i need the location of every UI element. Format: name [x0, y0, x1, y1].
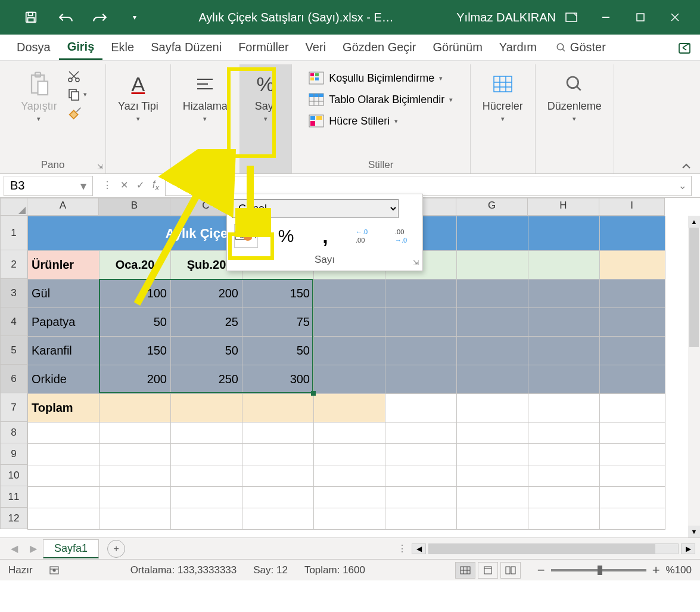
cell[interactable]: 200	[99, 365, 171, 394]
col-header-a[interactable]: A	[27, 198, 99, 216]
tab-data[interactable]: Veri	[297, 36, 334, 59]
tell-me-search[interactable]: Göster	[556, 41, 606, 54]
cell[interactable]: 50	[99, 308, 171, 337]
cell[interactable]: Karanfil	[28, 337, 99, 365]
copy-button[interactable]: ▾	[67, 87, 87, 101]
ribbon-display-button[interactable]	[563, 11, 580, 23]
cells-button[interactable]: Hücreler ▾	[477, 67, 529, 126]
cell[interactable]: 150	[242, 279, 314, 308]
tab-help[interactable]: Yardım	[491, 36, 545, 59]
scroll-up-button[interactable]: ▲	[688, 216, 700, 228]
formula-bar[interactable]: ⌄	[165, 176, 692, 196]
expand-formula-bar-button[interactable]: ⌄	[679, 180, 686, 191]
number-format-button[interactable]: % Sayı ▾	[246, 67, 285, 126]
cell[interactable]: 50	[242, 337, 314, 365]
format-as-table-button[interactable]: Tablo Olarak Biçimlendir▾	[305, 91, 456, 108]
accounting-format-button[interactable]: ▾	[234, 224, 258, 248]
col-header-g[interactable]: G	[456, 198, 528, 216]
hscroll-track[interactable]	[428, 543, 679, 554]
tab-view[interactable]: Görünüm	[424, 36, 490, 59]
row-header-1[interactable]: 1	[0, 216, 27, 250]
enter-formula-button[interactable]: ✓	[136, 179, 144, 192]
paste-button[interactable]: Yapıştır ▾	[15, 67, 63, 126]
vscroll-thumb[interactable]	[689, 228, 699, 347]
row-header-2[interactable]: 2	[0, 250, 27, 279]
page-break-view-button[interactable]	[500, 562, 521, 579]
cell[interactable]: Ürünler	[28, 251, 99, 279]
percent-format-button[interactable]: %	[275, 224, 297, 248]
row-header-6[interactable]: 6	[0, 365, 27, 393]
cell-styles-button[interactable]: Hücre Stilleri▾	[305, 112, 402, 130]
font-button[interactable]: A Yazı Tipi ▾	[112, 67, 164, 126]
hscroll-right[interactable]: ▶	[681, 543, 695, 554]
cell[interactable]	[314, 279, 385, 308]
cell[interactable]: 75	[242, 308, 314, 337]
name-box[interactable]: B3 ▾	[4, 176, 93, 196]
cell[interactable]	[314, 394, 385, 423]
horizontal-scrollbar[interactable]: ◀ ▶	[412, 543, 695, 554]
hscroll-left[interactable]: ◀	[412, 543, 426, 554]
collapse-ribbon-button[interactable]	[681, 163, 692, 170]
col-header-b[interactable]: B	[99, 198, 170, 216]
tab-formulas[interactable]: Formüller	[230, 36, 297, 59]
alignment-button[interactable]: Hizalama ▾	[177, 67, 234, 126]
zoom-handle[interactable]	[598, 566, 602, 575]
sheet-tab[interactable]: Sayfa1	[43, 539, 99, 558]
qat-customize-button[interactable]: ▾	[126, 9, 143, 26]
cell[interactable]	[314, 365, 385, 394]
increase-decimal-button[interactable]: ←.0.00	[353, 224, 376, 248]
fill-handle[interactable]	[311, 391, 316, 396]
row-header-9[interactable]: 9	[0, 443, 27, 465]
user-name[interactable]: Yılmaz DALKIRAN	[449, 11, 563, 24]
cell[interactable]: Oca.20	[99, 251, 171, 279]
vscroll-track[interactable]	[688, 228, 700, 526]
row-header-4[interactable]: 4	[0, 307, 27, 336]
sheet-nav-last[interactable]: ▶	[24, 543, 43, 554]
number-format-select[interactable]: Genel	[232, 199, 399, 218]
cut-button[interactable]	[67, 69, 87, 83]
cell[interactable]	[314, 308, 385, 337]
formula-split-icon[interactable]: ⋮	[102, 179, 112, 192]
hscroll-split[interactable]: ⋮	[393, 543, 412, 554]
cell[interactable]: Papatya	[28, 308, 99, 337]
decrease-decimal-button[interactable]: .00→.0	[393, 224, 415, 248]
save-button[interactable]	[23, 9, 39, 26]
row-header-8[interactable]: 8	[0, 422, 27, 443]
cell[interactable]	[171, 394, 242, 423]
conditional-formatting-button[interactable]: Koşullu Biçimlendirme▾	[305, 69, 446, 87]
clipboard-launcher[interactable]: ⇲	[97, 163, 103, 171]
share-button[interactable]	[677, 41, 692, 55]
cell[interactable]: Gül	[28, 279, 99, 308]
row-header-7[interactable]: 7	[0, 393, 27, 422]
row-header-11[interactable]: 11	[0, 486, 27, 508]
cell[interactable]: Orkide	[28, 365, 99, 394]
format-painter-button[interactable]	[67, 105, 87, 122]
zoom-level[interactable]: %100	[666, 564, 692, 576]
editing-button[interactable]: Düzenleme ▾	[542, 67, 608, 126]
add-sheet-button[interactable]: +	[107, 540, 125, 558]
hscroll-thumb[interactable]	[429, 544, 655, 554]
macro-record-icon[interactable]	[49, 566, 61, 575]
tab-file[interactable]: Dosya	[8, 36, 59, 59]
normal-view-button[interactable]	[455, 562, 475, 579]
zoom-out-button[interactable]: −	[537, 563, 545, 578]
row-header-10[interactable]: 10	[0, 465, 27, 486]
number-format-launcher[interactable]: ⇲	[413, 259, 419, 267]
cell[interactable]: 150	[99, 337, 171, 365]
insert-function-button[interactable]: fx	[153, 179, 159, 192]
cell[interactable]: 25	[171, 308, 242, 337]
select-all-button[interactable]	[0, 198, 27, 216]
cell[interactable]: 50	[171, 337, 242, 365]
undo-button[interactable]	[57, 9, 74, 26]
row-header-12[interactable]: 12	[0, 508, 27, 529]
tab-home[interactable]: Giriş	[59, 35, 103, 60]
cell[interactable]: 200	[171, 279, 242, 308]
cell[interactable]: 300	[242, 365, 314, 394]
page-layout-view-button[interactable]	[478, 562, 498, 579]
comma-format-button[interactable]: ,	[314, 224, 337, 248]
cell[interactable]: 100	[99, 279, 171, 308]
row-header-5[interactable]: 5	[0, 336, 27, 365]
cell[interactable]	[314, 337, 385, 365]
row-header-3[interactable]: 3	[0, 279, 27, 307]
zoom-in-button[interactable]: +	[652, 563, 660, 578]
